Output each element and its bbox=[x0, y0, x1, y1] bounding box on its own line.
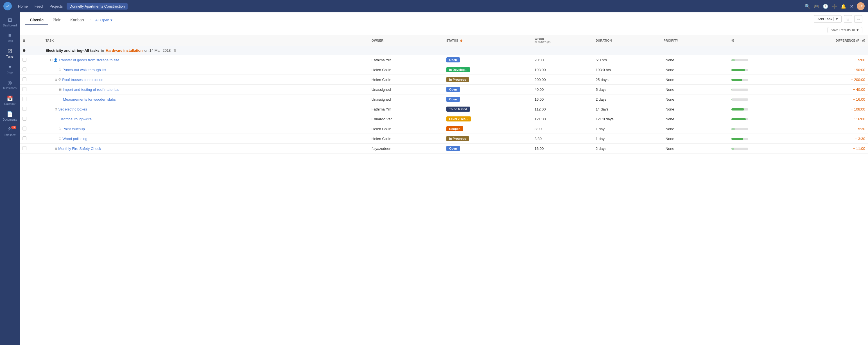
task-link[interactable]: Wood polishing bbox=[62, 137, 87, 141]
status-label: STATUS bbox=[446, 39, 458, 42]
add-icon[interactable]: ➕ bbox=[832, 4, 837, 9]
row-duration-cell: 25 days bbox=[593, 75, 661, 85]
row-task-cell: ⊟ Monthly Fire Safety Check bbox=[43, 144, 369, 154]
status-badge[interactable]: Open bbox=[446, 97, 460, 102]
row-duration-cell: 5:0 hrs bbox=[593, 55, 661, 65]
task-link[interactable]: Transfer of goods from storage to site. bbox=[59, 58, 120, 62]
row-checkbox[interactable] bbox=[23, 136, 26, 140]
row-owner-cell: Helen Collin bbox=[369, 65, 443, 75]
row-status-cell: In Progress bbox=[443, 75, 532, 85]
sort-icon[interactable]: ⇅ bbox=[174, 49, 176, 53]
nav-feed[interactable]: Feed bbox=[32, 3, 46, 9]
row-task-cell: Electrical rough-wire bbox=[43, 114, 369, 124]
sidebar-item-feed[interactable]: ≡ Feed bbox=[2, 30, 18, 45]
notification-icon[interactable]: 🔔 bbox=[841, 4, 846, 9]
row-pct-cell bbox=[728, 75, 783, 85]
status-badge[interactable]: In Progress bbox=[446, 77, 469, 82]
sidebar-item-tasks[interactable]: ☑ Tasks bbox=[2, 46, 18, 60]
row-checkbox[interactable] bbox=[23, 87, 26, 91]
status-badge[interactable]: Open bbox=[446, 146, 460, 151]
status-badge[interactable]: Level 2 Tes... bbox=[446, 117, 471, 122]
row-duration-cell: 193:0 hrs bbox=[593, 65, 661, 75]
progress-bar bbox=[732, 148, 748, 150]
progress-bar bbox=[732, 79, 748, 81]
row-checkbox[interactable] bbox=[23, 127, 26, 130]
group-collapse-cell: ⊖ bbox=[20, 46, 43, 55]
th-status: STATUS ⊛ bbox=[443, 35, 532, 46]
app-logo[interactable] bbox=[3, 2, 12, 10]
sidebar-item-dashboard[interactable]: ⊞ Dashboard bbox=[2, 14, 18, 29]
status-badge[interactable]: In Progress bbox=[446, 136, 469, 141]
task-link[interactable]: Punch-out walk through list bbox=[62, 68, 106, 72]
row-checkbox[interactable] bbox=[23, 58, 26, 62]
expand-icon[interactable]: ⊟ bbox=[59, 88, 62, 91]
status-badge[interactable]: Reopen bbox=[446, 126, 463, 131]
row-checkbox[interactable] bbox=[23, 107, 26, 111]
row-diff-cell: + 3:30 bbox=[783, 134, 868, 144]
view-tabs-bar: Classic Plain Kanban - All Open ▾ Add Ta… bbox=[20, 12, 868, 25]
tab-plain[interactable]: Plain bbox=[48, 15, 66, 25]
row-work-cell: 20:00 bbox=[532, 55, 593, 65]
row-checkbox[interactable] bbox=[23, 77, 26, 81]
sidebar-item-bugs[interactable]: ✷ Bugs bbox=[2, 62, 18, 76]
add-task-button[interactable]: Add Task ▾ bbox=[814, 15, 842, 23]
row-status-cell: Open bbox=[443, 94, 532, 104]
task-table-body: ⊖ Electricity and wiring- All tasks in H… bbox=[20, 46, 868, 154]
sidebar-item-calendar[interactable]: 📅 Calendar bbox=[2, 93, 18, 108]
search-icon[interactable]: 🔍 bbox=[805, 4, 810, 9]
row-duration-cell: 1 day bbox=[593, 134, 661, 144]
row-status-cell: Open bbox=[443, 144, 532, 154]
task-link[interactable]: Paint touchup bbox=[62, 127, 85, 131]
expand-icon[interactable]: ⊟ bbox=[50, 58, 53, 62]
timesheet-badge: 22 bbox=[11, 126, 16, 129]
nav-projects[interactable]: Projects bbox=[46, 3, 65, 9]
row-work-cell: 8:00 bbox=[532, 124, 593, 134]
status-badge[interactable]: Open bbox=[446, 57, 460, 62]
filter-button[interactable]: ⊟ bbox=[844, 15, 852, 23]
gamepad-icon[interactable]: 🎮 bbox=[814, 4, 819, 9]
progress-fill bbox=[732, 59, 735, 61]
main-layout: ⊞ Dashboard ≡ Feed ☑ Tasks ✷ Bugs ◎ Mile… bbox=[0, 12, 868, 345]
task-link[interactable]: Electrical rough-wire bbox=[59, 117, 92, 121]
status-badge[interactable]: In Develop... bbox=[446, 67, 470, 72]
task-link[interactable]: Roof trusses construction bbox=[62, 77, 103, 82]
row-checkbox[interactable] bbox=[23, 67, 26, 71]
task-link[interactable]: Measurements for wooden slabs bbox=[63, 97, 116, 101]
th-check: ⊞ bbox=[20, 35, 43, 46]
progress-bar bbox=[732, 138, 748, 140]
row-work-cell: 200:00 bbox=[532, 75, 593, 85]
nav-home[interactable]: Home bbox=[15, 3, 31, 9]
sidebar-item-milestones[interactable]: ◎ Milestones bbox=[2, 77, 18, 92]
task-link[interactable]: Set electric boxes bbox=[58, 107, 87, 111]
progress-bar bbox=[732, 69, 748, 71]
row-checkbox[interactable] bbox=[23, 117, 26, 121]
row-checkbox[interactable] bbox=[23, 146, 26, 150]
row-priority-cell: | None bbox=[661, 144, 729, 154]
row-pct-cell bbox=[728, 104, 783, 114]
nav-active-project[interactable]: Donnelly Apartments Construction bbox=[67, 3, 128, 9]
th-priority: PRIORITY bbox=[661, 35, 729, 46]
task-link[interactable]: Monthly Fire Safety Check bbox=[58, 147, 101, 151]
status-badge[interactable]: To be tested bbox=[446, 106, 470, 112]
filter-dropdown[interactable]: All Open ▾ bbox=[93, 17, 115, 23]
close-icon[interactable]: ✕ bbox=[850, 4, 854, 9]
more-options-button[interactable]: ··· bbox=[854, 15, 862, 23]
expand-icon[interactable]: ⊟ bbox=[55, 107, 57, 111]
toolbar-right: Add Task ▾ ⊟ ··· bbox=[814, 15, 862, 25]
save-results-button[interactable]: Save Results To ▼ bbox=[828, 27, 862, 33]
task-link[interactable]: Import and testing of roof materials bbox=[63, 88, 119, 92]
row-checkbox[interactable] bbox=[23, 97, 26, 101]
row-pct-cell bbox=[728, 114, 783, 124]
sidebar-item-timesheet[interactable]: ⏱ Timesheet 22 bbox=[2, 125, 18, 139]
tab-classic[interactable]: Classic bbox=[25, 15, 48, 25]
group-collapse-icon[interactable]: ⊖ bbox=[23, 49, 26, 53]
sidebar-item-documents[interactable]: 📄 Documents bbox=[2, 109, 18, 123]
add-task-dropdown-icon[interactable]: ▾ bbox=[833, 17, 838, 21]
clock-icon[interactable]: 🕐 bbox=[823, 4, 828, 9]
user-avatar[interactable]: FY bbox=[857, 2, 865, 10]
tab-kanban[interactable]: Kanban bbox=[66, 15, 88, 25]
progress-bar bbox=[732, 108, 748, 111]
expand-icon[interactable]: ⊟ bbox=[55, 147, 57, 150]
status-badge[interactable]: Open bbox=[446, 87, 460, 92]
expand-icon[interactable]: ⊟ bbox=[55, 78, 57, 82]
